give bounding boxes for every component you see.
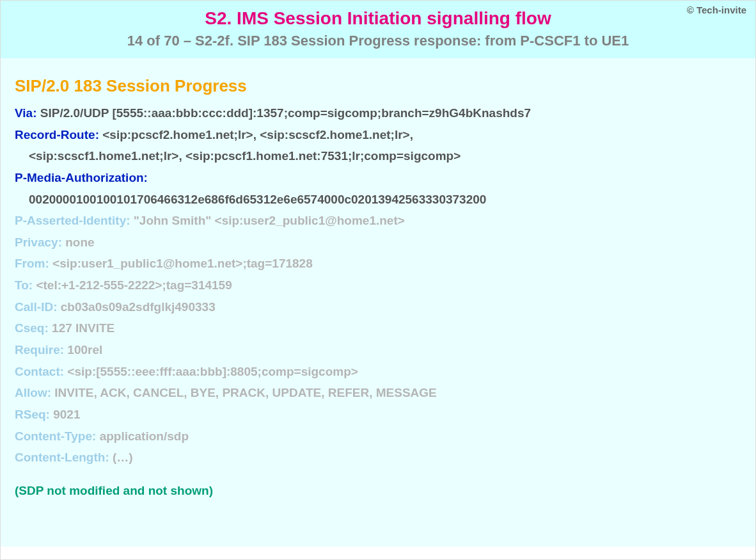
header-rseq: RSeq: 9021	[15, 406, 741, 423]
header-name: Via	[15, 106, 33, 120]
header-name: Contact	[15, 365, 60, 378]
header-value: SIP/2.0/UDP [5555::aaa:bbb:ccc:ddd]:1357…	[40, 106, 531, 120]
copyright-text: © Tech-invite	[687, 4, 746, 15]
header-value: <sip:[5555::eee:fff:aaa:bbb]:8805;comp=s…	[67, 365, 358, 378]
header-name: Record-Route	[15, 128, 95, 141]
header-value: 100rel	[67, 343, 102, 356]
header-cseq: Cseq: 127 INVITE	[15, 320, 741, 337]
page-container: © Tech-invite S2. IMS Session Initiation…	[0, 0, 756, 560]
header-name: Allow	[15, 386, 47, 399]
header-value: 127 INVITE	[52, 321, 114, 335]
header-from: From: <sip:user1_public1@home1.net>;tag=…	[15, 255, 741, 272]
header-call-id: Call-ID: cb03a0s09a2sdfglkj490333	[15, 299, 741, 316]
header-value: <sip:user1_public1@home1.net>;tag=171828	[52, 257, 313, 270]
header-value: INVITE, ACK, CANCEL, BYE, PRACK, UPDATE,…	[54, 386, 437, 399]
sip-message-content: SIP/2.0 183 Session Progress Via: SIP/2.…	[1, 58, 755, 547]
header-value: application/sdp	[100, 429, 189, 443]
header-value: <tel:+1-212-555-2222>;tag=314159	[36, 278, 232, 292]
header-via: Via: SIP/2.0/UDP [5555::aaa:bbb:ccc:ddd]…	[15, 105, 741, 122]
header-value: none	[65, 236, 94, 249]
header-value: <sip:scscf1.home1.net;lr>, <sip:pcscf1.h…	[29, 149, 461, 163]
header-p-media-authorization-value: 0020000100100101706466312e686f6d65312e6e…	[15, 191, 741, 208]
header-name: Call-ID	[15, 300, 53, 314]
header-record-route-line1: Record-Route: <sip:pcscf2.home1.net;lr>,…	[15, 127, 741, 143]
header-name: Privacy	[15, 236, 58, 249]
header-p-media-authorization-name: P-Media-Authorization:	[15, 170, 741, 186]
header-value: <sip:pcscf2.home1.net;lr>, <sip:scscf2.h…	[102, 128, 413, 141]
header-value: cb03a0s09a2sdfglkj490333	[61, 300, 216, 314]
header-value: "John Smith" <sip:user2_public1@home1.ne…	[134, 214, 405, 227]
header-allow: Allow: INVITE, ACK, CANCEL, BYE, PRACK, …	[15, 385, 741, 401]
header-contact: Contact: <sip:[5555::eee:fff:aaa:bbb]:88…	[15, 364, 741, 380]
header-name: RSeq	[15, 408, 46, 421]
sdp-note: (SDP not modified and not shown)	[15, 484, 741, 498]
header-to: To: <tel:+1-212-555-2222>;tag=314159	[15, 277, 741, 294]
header-name: Content-Length	[15, 451, 105, 464]
header-require: Require: 100rel	[15, 342, 741, 358]
header-p-asserted-identity: P-Asserted-Identity: "John Smith" <sip:u…	[15, 212, 741, 229]
sip-status-line: SIP/2.0 183 Session Progress	[15, 76, 741, 96]
header-name: Cseq	[15, 321, 44, 335]
header-name: P-Asserted-Identity	[15, 214, 126, 227]
page-subtitle: 14 of 70 – S2-2f. SIP 183 Session Progre…	[8, 33, 748, 49]
header-name: P-Media-Authorization	[15, 171, 144, 184]
page-title: S2. IMS Session Initiation signalling fl…	[8, 8, 748, 29]
header-content-type: Content-Type: application/sdp	[15, 428, 741, 445]
header-value: 0020000100100101706466312e686f6d65312e6e…	[29, 193, 486, 206]
header-content-length: Content-Length: (…)	[15, 449, 741, 466]
header-privacy: Privacy: none	[15, 234, 741, 251]
header-band: © Tech-invite S2. IMS Session Initiation…	[1, 1, 755, 58]
header-value: (…)	[113, 451, 133, 464]
header-name: Require	[15, 343, 60, 356]
header-name: Content-Type	[15, 429, 92, 443]
header-name: To	[15, 278, 29, 292]
header-record-route-line2: <sip:scscf1.home1.net;lr>, <sip:pcscf1.h…	[15, 148, 741, 164]
header-value: 9021	[53, 408, 80, 421]
header-name: From	[15, 257, 45, 270]
